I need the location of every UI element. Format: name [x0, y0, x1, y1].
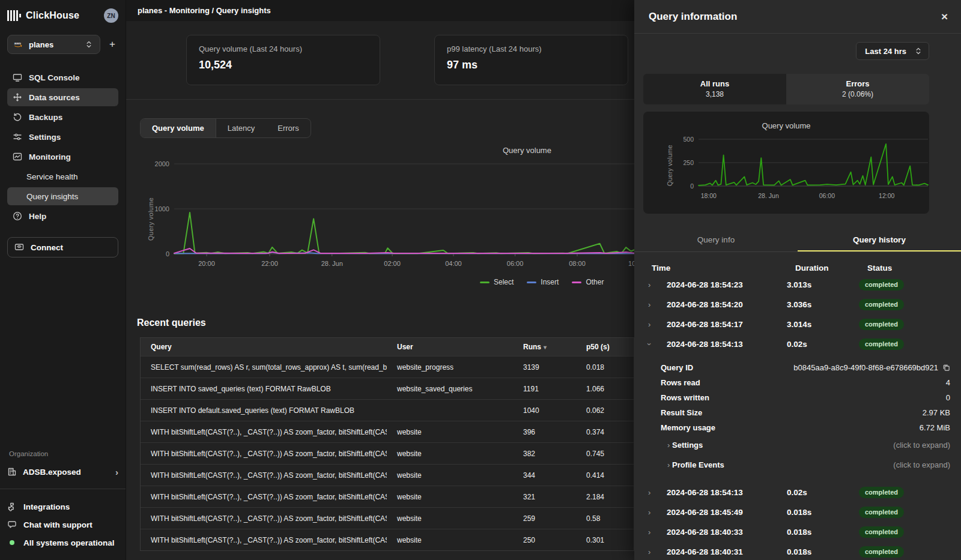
connect-button[interactable]: Connect: [7, 237, 118, 257]
history-time: 2024-06-28 18:54:13: [658, 488, 787, 497]
table-row[interactable]: WITH bitShiftLeft(CAST(?..), _CAST(?..))…: [141, 507, 634, 529]
cell-query: INSERT INTO saved_queries (text) FORMAT …: [141, 385, 387, 393]
tab-latency[interactable]: Latency: [216, 119, 267, 137]
tab-query-history[interactable]: Query history: [798, 229, 961, 251]
cell-user: website: [387, 536, 513, 544]
table-row[interactable]: WITH bitShiftLeft(CAST(?..), _CAST(?..))…: [141, 529, 634, 550]
table-row[interactable]: WITH bitShiftLeft(CAST(?..), _CAST(?..))…: [141, 486, 634, 507]
table-row[interactable]: INSERT INTO saved_queries (text) FORMAT …: [141, 378, 634, 399]
history-row[interactable]: ›2024-06-28 18:54:130.02scompleted: [643, 334, 956, 354]
close-icon[interactable]: ×: [941, 11, 948, 22]
sidebar-item-query-insights[interactable]: Query insights: [7, 187, 118, 205]
sidebar-item-settings[interactable]: Settings: [7, 128, 118, 146]
copy-icon[interactable]: [942, 364, 950, 372]
table-row[interactable]: WITH bitShiftLeft(CAST(?..), _CAST(?..))…: [141, 464, 634, 486]
status-badge: completed: [859, 487, 904, 498]
chevron-right-icon[interactable]: ›: [643, 280, 658, 289]
table-row[interactable]: SELECT sum(read_rows) AS r, sum(total_ro…: [141, 356, 634, 378]
cell-user: website: [387, 471, 513, 480]
column-header-runs[interactable]: Runs▾: [513, 343, 576, 351]
history-rows-more: ›2024-06-28 18:54:130.02scompleted›2024-…: [643, 483, 956, 560]
connect-icon: [14, 242, 24, 252]
svg-text:28. Jun: 28. Jun: [321, 260, 343, 267]
chevron-right-icon[interactable]: ›: [643, 320, 658, 329]
table-row[interactable]: WITH bitShiftLeft(CAST(?..), _CAST(?..))…: [141, 421, 634, 442]
segment-all-runs[interactable]: All runs3,138: [643, 74, 786, 104]
sidebar-item-integrations[interactable]: Integrations: [7, 498, 118, 516]
legend-item-select[interactable]: Select: [480, 278, 514, 286]
service-selector[interactable]: aws planes: [7, 35, 100, 54]
chart-y-axis-label: Query volume: [147, 174, 154, 264]
query-history: TimeDurationStatus ›2024-06-28 18:54:233…: [634, 252, 961, 560]
status-badge: completed: [859, 279, 904, 291]
detail-row-query-id: Query IDb0845aa9-a8c9-49f0-8f68-e678669b…: [661, 360, 950, 375]
detail-label: Rows written: [661, 393, 709, 402]
add-service-button[interactable]: +: [106, 38, 118, 50]
sidebar-item-label: Backups: [29, 113, 62, 122]
organization-row[interactable]: ADSB.exposed ›: [7, 463, 118, 480]
tab-query-volume[interactable]: Query volume: [141, 119, 216, 137]
history-row[interactable]: ›2024-06-28 18:54:203.036scompleted: [643, 295, 956, 315]
status-badge: completed: [859, 526, 904, 538]
chevron-right-icon[interactable]: ›: [643, 508, 658, 517]
history-status: completed: [859, 487, 956, 498]
user-avatar[interactable]: ZN: [104, 8, 118, 23]
history-time: 2024-06-28 18:54:20: [658, 300, 787, 309]
table-row[interactable]: WITH bitShiftLeft(CAST(?..), _CAST(?..))…: [141, 442, 634, 464]
svg-text:06:00: 06:00: [819, 192, 835, 199]
organization-name: ADSB.exposed: [23, 468, 81, 477]
segment-errors[interactable]: Errors2 (0.06%): [786, 74, 929, 104]
column-header-label: Query: [151, 343, 172, 351]
breadcrumb: planes - Monitoring / Query insights: [138, 6, 271, 15]
status-dot-icon: [10, 540, 14, 545]
sidebar-item-backups[interactable]: Backups: [7, 108, 118, 126]
chevron-right-icon[interactable]: ›: [643, 528, 658, 537]
cell-runs: 259: [513, 514, 576, 523]
sidebar-item-help[interactable]: Help: [7, 207, 118, 225]
legend-item-insert[interactable]: Insert: [527, 278, 559, 286]
time-range-selector[interactable]: Last 24 hrs: [856, 42, 929, 60]
legend-dash-icon: [527, 282, 536, 283]
detail-value: 2.97 KB: [923, 408, 950, 417]
tab-errors[interactable]: Errors: [266, 119, 310, 137]
service-selector-value: planes: [29, 40, 53, 49]
chevron-right-icon[interactable]: ›: [643, 488, 658, 497]
chevron-updown-icon: [914, 46, 923, 56]
sidebar-item-data-sources[interactable]: Data sources: [7, 88, 118, 106]
clickhouse-logo-icon: [7, 10, 21, 21]
legend-label: Select: [494, 278, 514, 286]
svg-text:22:00: 22:00: [261, 260, 278, 267]
legend-item-other[interactable]: Other: [572, 278, 604, 286]
history-time: 2024-06-28 18:54:13: [658, 340, 787, 349]
history-row[interactable]: ›2024-06-28 18:54:233.013scompleted: [643, 275, 956, 295]
query-details: Query IDb0845aa9-a8c9-49f0-8f68-e678669b…: [643, 354, 956, 475]
sidebar-item-sql-console[interactable]: SQL Console: [7, 68, 118, 86]
sidebar-item-all-systems-operational[interactable]: All systems operational: [7, 534, 118, 552]
svg-text:1000: 1000: [155, 205, 169, 212]
expandable-section-settings[interactable]: ›Settings(click to expand): [661, 435, 950, 455]
sidebar-item-service-health[interactable]: Service health: [7, 167, 118, 185]
mini-chart-title: Query volume: [643, 121, 929, 130]
history-row[interactable]: ›2024-06-28 18:54:130.02scompleted: [643, 483, 956, 502]
cell-runs: 382: [513, 450, 576, 458]
footer-item-label: Integrations: [23, 502, 70, 511]
chevron-right-icon[interactable]: ›: [643, 300, 658, 309]
sidebar-item-monitoring[interactable]: Monitoring: [7, 148, 118, 166]
segment-value: 3,138: [643, 90, 786, 98]
tab-query-info[interactable]: Query info: [634, 229, 798, 251]
cell-runs: 396: [513, 428, 576, 436]
svg-text:20:00: 20:00: [198, 260, 215, 267]
cell-p50: 0.58: [576, 514, 635, 523]
chevron-right-icon[interactable]: ›: [643, 547, 658, 556]
sidebar-item-chat-with-support[interactable]: Chat with support: [7, 516, 118, 534]
detail-value: 6.72 MiB: [920, 423, 950, 432]
history-row[interactable]: ›2024-06-28 18:45:490.018scompleted: [643, 502, 956, 522]
expandable-section-profile-events[interactable]: ›Profile Events(click to expand): [661, 455, 950, 475]
chevron-down-icon[interactable]: ›: [643, 340, 658, 349]
table-row[interactable]: INSERT INTO default.saved_queries (text)…: [141, 399, 634, 421]
cell-p50: 1.066: [576, 385, 635, 393]
history-row[interactable]: ›2024-06-28 18:40:310.018scompleted: [643, 542, 956, 560]
history-row[interactable]: ›2024-06-28 18:54:173.014scompleted: [643, 315, 956, 334]
detail-value-text: 4: [946, 378, 950, 387]
history-row[interactable]: ›2024-06-28 18:40:330.018scompleted: [643, 522, 956, 542]
